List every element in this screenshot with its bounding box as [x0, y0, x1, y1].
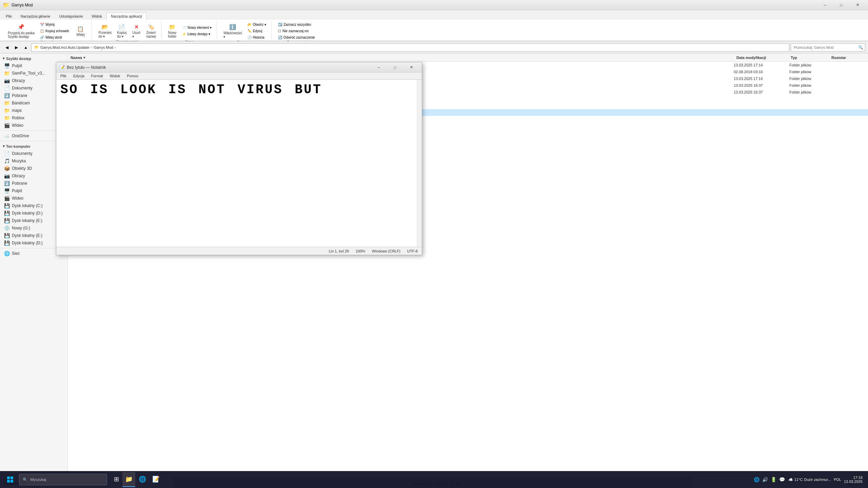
- obrazy-quick-icon: 📷: [4, 78, 10, 83]
- nowy-element-button[interactable]: 📄 Nowy element ▾: [180, 25, 214, 30]
- notepad-icon: 📝: [59, 65, 65, 70]
- battery-tray-icon[interactable]: 🔋: [770, 476, 777, 483]
- latwy-dostep-button[interactable]: ⚡ Łatwy dostęp ▾: [180, 31, 214, 37]
- notification-tray-icon[interactable]: 💬: [778, 476, 786, 483]
- nie-zaznaczaj-nic-button[interactable]: ☐ Nie zaznaczaj nic: [276, 28, 317, 34]
- wlasciwosci-button[interactable]: ℹ️ Właściwości▾: [221, 22, 244, 40]
- ribbon-tabs: Plik Narzędzia główne Udostępnianie Wido…: [0, 10, 868, 20]
- notepad-menu-edycja[interactable]: Edycja: [71, 73, 87, 79]
- odwroc-zaznaczenie-button[interactable]: 🔄 Odwróć zaznaczenie: [276, 35, 317, 40]
- notepad-controls: ─ □ ✕: [371, 62, 419, 73]
- notepad-title-bar: 📝 Bez tytułu — Notatnik ─ □ ✕: [56, 62, 422, 73]
- kopiuj-do-button[interactable]: 📄 Kopiujdo ▾: [115, 22, 129, 40]
- col-header-type[interactable]: Typ: [791, 56, 831, 60]
- notepad-taskbar-icon: 📝: [152, 475, 160, 483]
- otwieranie-group: ℹ️ Właściwości▾ 📂 Otwórz ▾ ✏️ Edytuj: [218, 21, 272, 39]
- network-tray-icon[interactable]: 🌐: [753, 476, 760, 483]
- tab-narzedzia-aplikacji[interactable]: Narzędzia aplikacji: [106, 13, 146, 20]
- notepad-scrollbar[interactable]: [417, 80, 422, 247]
- tab-plik[interactable]: Plik: [1, 13, 16, 20]
- taskbar: 🔍 Wyszukaj ⊞ 📁 🌐 📝 🌐 🔊 🔋 💬 ☁️ 11°C Duże …: [0, 471, 868, 488]
- historia-button[interactable]: 🕐 Historia: [245, 35, 269, 40]
- notepad-status-bar: Lin 1, kol 29 100% Windows (CRLF) UTF-8: [56, 247, 422, 255]
- tab-widok[interactable]: Widok: [87, 13, 107, 20]
- wideo-quick-icon: 🎬: [4, 123, 10, 128]
- col-header-name[interactable]: Nazwa ▼: [71, 56, 736, 60]
- forward-button[interactable]: ▶: [12, 43, 20, 52]
- minimize-button[interactable]: ─: [817, 0, 833, 10]
- notepad-menu-format[interactable]: Format: [88, 73, 106, 79]
- schowek-buttons: 📌 Przypnij do paskaSzybki dostęp ✂️ Wytn…: [5, 22, 89, 40]
- maximize-button[interactable]: □: [833, 0, 849, 10]
- taskbar-clock[interactable]: 17:16 13.03.2025: [844, 475, 863, 484]
- tab-narzedzia-glowne[interactable]: Narzędzia główne: [16, 13, 55, 20]
- przeniesi-button[interactable]: 📂 Przenieśdo ▾: [96, 22, 114, 40]
- edytuj-button[interactable]: ✏️ Edytuj: [245, 28, 269, 34]
- search-input[interactable]: [791, 43, 865, 52]
- wlasciwosci-icon: ℹ️: [229, 24, 236, 30]
- taskbar-item-notepad[interactable]: 📝: [150, 472, 162, 487]
- taskbar-item-explorer[interactable]: 📁: [122, 472, 135, 487]
- zaznacz-wszystko-icon: ☑️: [278, 23, 282, 26]
- kopiuj-button[interactable]: 📋 Kopiuj schowek: [38, 28, 71, 34]
- taskbar-item-chrome[interactable]: 🌐: [136, 472, 149, 487]
- ribbon: Plik Narzędzia główne Udostępnianie Wido…: [0, 10, 868, 41]
- close-button[interactable]: ✕: [850, 0, 865, 10]
- quick-access-header[interactable]: ▾ Szybki dostęp: [0, 55, 67, 62]
- col-header-size[interactable]: Rozmiar: [831, 56, 865, 60]
- taskbar-search[interactable]: 🔍 Wyszukaj: [19, 474, 107, 485]
- notepad-textarea[interactable]: SO IS LOOK IS NOT VIRUS BUT: [56, 80, 422, 247]
- path-part-1[interactable]: Garrys.Mod.Incl.Auto.Updater: [40, 45, 90, 49]
- notepad-position: Lin 1, kol 29: [329, 249, 349, 253]
- pobrane-quick-icon: ⬇️: [4, 93, 10, 98]
- tab-udostepnianie[interactable]: Udostępnianie: [55, 13, 87, 20]
- taskbar-items: ⊞ 📁 🌐 📝: [108, 472, 750, 487]
- usun-icon: ✕: [133, 23, 140, 30]
- taskbar-tray: 🌐 🔊 🔋 💬: [753, 476, 786, 483]
- language-label: POL: [834, 477, 841, 482]
- address-path[interactable]: 📁 Garrys.Mod.Incl.Auto.Updater › Garrys …: [31, 43, 789, 52]
- wytnij-button[interactable]: ✂️ Wytnij: [38, 22, 71, 27]
- notepad-menu-widok[interactable]: Widok: [107, 73, 123, 79]
- doc-icon: 📄: [4, 151, 10, 156]
- start-button[interactable]: [3, 472, 18, 487]
- edytuj-icon: ✏️: [248, 29, 252, 33]
- organizowanie-buttons: 📂 Przenieśdo ▾ 📄 Kopiujdo ▾ ✕ Usuń▾ 🏷️ Z…: [96, 22, 158, 40]
- przypnij-button[interactable]: 📌 Przypnij do paskaSzybki dostęp: [5, 22, 37, 40]
- dokumenty-quick-icon: 📄: [4, 85, 10, 91]
- up-button[interactable]: ▲: [22, 43, 30, 52]
- notepad-menu-plik[interactable]: Plik: [58, 73, 69, 79]
- quick-access-label: Szybki dostęp: [6, 57, 31, 61]
- otworz-button[interactable]: 📂 Otwórz ▾: [245, 22, 269, 27]
- title-bar-left: 📁 Garrys Mod: [3, 2, 33, 8]
- sound-tray-icon[interactable]: 🔊: [762, 476, 769, 483]
- notepad-menu-pomoc[interactable]: Pomoc: [124, 73, 141, 79]
- kopiuj-icon: 📋: [40, 29, 44, 33]
- wklej-skrot-button[interactable]: 🔗 Wklej skrót: [38, 35, 71, 40]
- notepad-minimize-button[interactable]: ─: [371, 62, 387, 73]
- bandicam-icon: 📁: [4, 100, 10, 106]
- zmien-nazwe-button[interactable]: 🏷️ Zmieńnazwę: [144, 22, 158, 40]
- svg-rect-0: [7, 476, 10, 479]
- zaznaczanie-buttons: ☑️ Zaznacz wszystko ☐ Nie zaznaczaj nic …: [276, 22, 317, 40]
- przeniesi-icon: 📂: [102, 23, 108, 30]
- otwieranie-buttons: ℹ️ Właściwości▾ 📂 Otwórz ▾ ✏️ Edytuj: [221, 22, 269, 40]
- back-button[interactable]: ◀: [3, 43, 11, 52]
- notepad-maximize-button[interactable]: □: [387, 62, 403, 73]
- zaznaczanie-group: ☑️ Zaznacz wszystko ☐ Nie zaznaczaj nic …: [273, 21, 320, 39]
- dysk-d2-icon: 💾: [4, 240, 10, 246]
- zaznacz-wszystko-button[interactable]: ☑️ Zaznacz wszystko: [276, 22, 317, 27]
- path-part-2[interactable]: Garrys Mod: [94, 45, 113, 49]
- col-header-date[interactable]: Data modyfikacji: [736, 56, 791, 60]
- taskbar-item-task-view[interactable]: ⊞: [111, 472, 122, 487]
- weather-temp: 11°C: [794, 477, 803, 482]
- notepad-close-button[interactable]: ✕: [403, 62, 419, 73]
- wklej-button[interactable]: 📋 Wklej: [72, 24, 89, 38]
- path-sep-1: ›: [91, 45, 93, 49]
- svg-rect-2: [7, 480, 10, 483]
- notepad-menu-bar: Plik Edycja Format Widok Pomoc: [56, 73, 422, 80]
- explorer-taskbar-icon: 📁: [125, 475, 133, 483]
- nowy-folder-button[interactable]: 📁 Nowyfolder: [165, 22, 179, 40]
- usun-button[interactable]: ✕ Usuń▾: [130, 22, 143, 40]
- taskbar-right: 🌐 🔊 🔋 💬 ☁️ 11°C Duże zachmur... POL 17:1…: [750, 475, 865, 484]
